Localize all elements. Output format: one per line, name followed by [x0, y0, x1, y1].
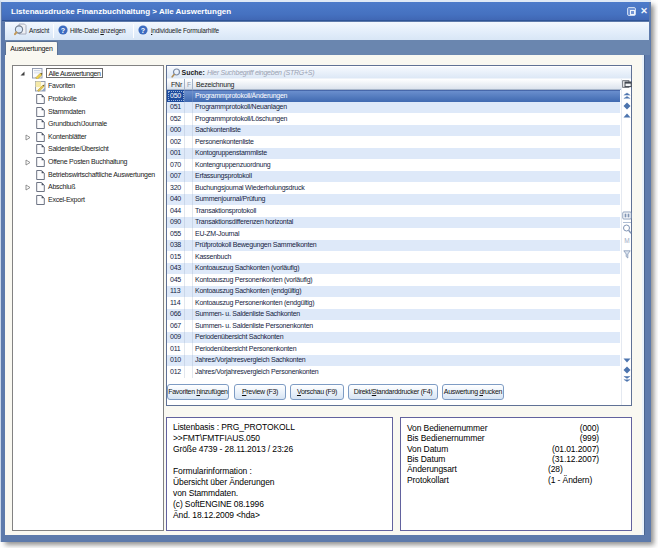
svg-text:?: ? [141, 27, 145, 35]
svg-text:?: ? [61, 27, 65, 35]
